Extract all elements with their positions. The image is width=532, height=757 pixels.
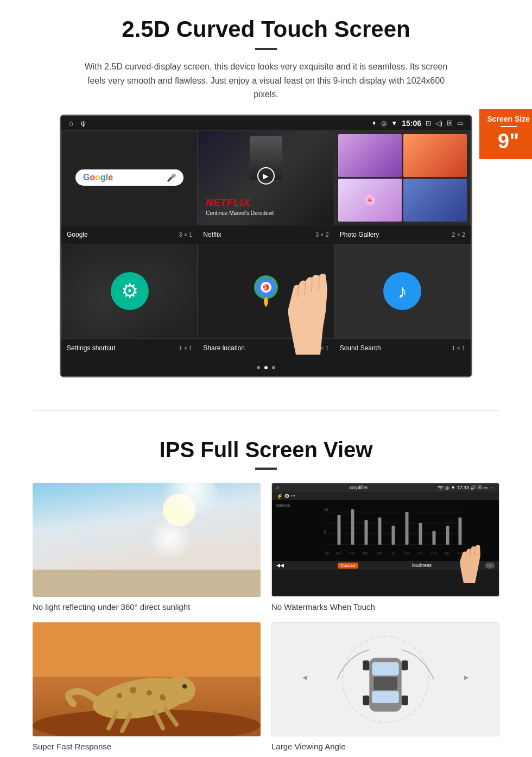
status-right: ✦ ◎ ▼ 15:06 ⊡ ◁) ☒ ▭	[371, 119, 463, 128]
dot-2-active	[264, 366, 268, 369]
google-size: 3 × 1	[179, 231, 193, 238]
title-divider	[255, 48, 277, 50]
google-label-cell: Google 3 × 1	[61, 229, 198, 241]
svg-rect-17	[351, 509, 354, 545]
section2-divider	[255, 468, 277, 470]
amplifier-caption: No Watermarks When Touch	[271, 602, 499, 611]
svg-rect-61	[363, 660, 369, 670]
photo-gallery-label: Photo Gallery	[340, 231, 379, 238]
volume-icon: ◁)	[435, 119, 442, 127]
labels-row-1: Google 3 × 1 Netflix 3 × 2 Photo Gallery…	[61, 225, 471, 244]
section-separator	[33, 410, 499, 411]
cheetah-card: Super Fast Response	[33, 622, 261, 751]
svg-rect-56	[372, 662, 399, 676]
app-grid-row2: ⚙ G	[61, 244, 471, 339]
amp-time: 17:33	[457, 485, 469, 490]
svg-point-43	[117, 693, 122, 698]
section1-title: 2.5D Curved Touch Screen	[33, 16, 499, 42]
dot-3	[272, 366, 275, 369]
cheetah-image	[33, 622, 261, 736]
status-bar: ⌂ ψ ✦ ◎ ▼ 15:06 ⊡ ◁) ☒ ▭	[61, 116, 471, 130]
amplifier-image: ⌂ Amplifier 📷 ◎ ▼ 17:33 🔊 ☒ ▭ → ⚡ ⚙ ··· …	[271, 483, 499, 597]
feature-image-grid: No light reflecting under 360° direct su…	[33, 483, 499, 751]
section2-title: IPS Full Screen View	[33, 438, 499, 462]
screen-size-badge: Screen Size 9"	[479, 109, 532, 159]
svg-rect-62	[402, 660, 408, 670]
netflix-play-button[interactable]: ▶	[257, 167, 275, 185]
netflix-size: 3 × 2	[315, 231, 329, 238]
photo-gallery-cell[interactable]: 🌸	[334, 130, 471, 225]
netflix-logo: NETFLIX	[206, 197, 250, 209]
share-location-cell[interactable]: G	[198, 244, 334, 339]
settings-size: 1 × 1	[179, 345, 193, 351]
svg-point-45	[147, 690, 152, 696]
amp-home-icon: ⌂	[276, 485, 279, 490]
amp-title-text: Amplifier	[349, 485, 368, 490]
photo-grid: 🌸	[338, 134, 467, 222]
netflix-app-cell[interactable]: ▶ NETFLIX Continue Marvel's Daredevil	[198, 130, 334, 225]
svg-text:▶: ▶	[464, 674, 469, 680]
car-card: ◀ ▶ Large Viewing Angle	[271, 622, 499, 751]
sound-search-cell[interactable]: ♪	[334, 244, 471, 339]
section1-description: With 2.5D curved-display screen, this de…	[76, 60, 456, 102]
car-svg: ◀ ▶	[272, 623, 499, 736]
svg-rect-6	[33, 570, 261, 597]
section-ips-screen: IPS Full Screen View	[0, 432, 532, 757]
svg-point-44	[130, 687, 136, 693]
amp-hand-svg	[450, 534, 488, 583]
amp-screen: ⌂ Amplifier 📷 ◎ ▼ 17:33 🔊 ☒ ▭ → ⚡ ⚙ ··· …	[272, 483, 499, 596]
close-icon: ☒	[447, 119, 453, 127]
svg-text:1k: 1k	[391, 552, 395, 555]
sunlight-svg	[33, 483, 261, 597]
google-label: Google	[67, 231, 88, 238]
microphone-icon[interactable]: 🎤	[167, 173, 176, 182]
google-app-cell[interactable]: Google 🎤	[61, 130, 198, 225]
amp-custom-button[interactable]: Custom	[338, 563, 358, 569]
svg-rect-24	[446, 526, 449, 545]
photo-thumb-3: 🌸	[338, 179, 402, 222]
amplifier-card: ⌂ Amplifier 📷 ◎ ▼ 17:33 🔊 ☒ ▭ → ⚡ ⚙ ··· …	[271, 483, 499, 611]
sunlight-image	[33, 483, 261, 597]
device-wrapper: ⌂ ψ ✦ ◎ ▼ 15:06 ⊡ ◁) ☒ ▭	[60, 115, 472, 377]
svg-rect-21	[406, 512, 409, 545]
svg-rect-18	[365, 520, 368, 545]
svg-rect-19	[378, 518, 382, 545]
amp-status-bar: ⌂ Amplifier 📷 ◎ ▼ 17:33 🔊 ☒ ▭ →	[272, 483, 499, 492]
svg-text:100: 100	[349, 552, 355, 555]
svg-text:60hz: 60hz	[336, 552, 343, 555]
svg-rect-63	[363, 695, 369, 705]
window-icon: ▭	[457, 119, 463, 127]
photo-thumb-1	[338, 134, 402, 177]
sunlight-card: No light reflecting under 360° direct su…	[33, 483, 261, 611]
camera-icon: ⊡	[426, 119, 431, 127]
section-curved-screen: 2.5D Curved Touch Screen With 2.5D curve…	[0, 0, 532, 388]
svg-text:15k: 15k	[445, 552, 451, 555]
status-left: ⌂ ψ	[69, 119, 86, 127]
svg-rect-57	[372, 691, 399, 703]
svg-rect-20	[392, 526, 395, 545]
pagination-dots	[61, 357, 471, 376]
cheetah-caption: Super Fast Response	[33, 742, 261, 751]
svg-rect-23	[433, 531, 436, 545]
car-image: ◀ ▶	[271, 622, 499, 736]
photo-thumb-2	[403, 134, 467, 177]
wifi-icon: ▼	[391, 119, 397, 127]
svg-rect-40	[33, 622, 261, 677]
google-search-bar[interactable]: Google 🎤	[75, 169, 183, 186]
svg-rect-58	[373, 677, 397, 690]
settings-app-cell[interactable]: ⚙	[61, 244, 198, 339]
cheetah-svg	[33, 622, 261, 736]
amp-icons: 📷 ◎ ▼ 17:33 🔊 ☒ ▭ →	[438, 485, 495, 490]
settings-shortcut-label: Settings shortcut	[67, 344, 115, 352]
amp-back-btn[interactable]: ◀◀	[276, 563, 284, 568]
amp-loudness-label: loudness	[412, 563, 432, 568]
clock: 15:06	[402, 119, 421, 128]
svg-text:10k: 10k	[418, 552, 424, 555]
google-logo: Google	[83, 173, 113, 182]
location-icon: ◎	[381, 119, 387, 127]
home-icon[interactable]: ⌂	[69, 119, 73, 127]
bluetooth-icon: ✦	[371, 119, 377, 127]
netflix-label-cell: Netflix 3 × 2	[198, 229, 334, 241]
sound-search-size: 1 × 1	[452, 345, 465, 351]
svg-text:0: 0	[324, 529, 326, 533]
